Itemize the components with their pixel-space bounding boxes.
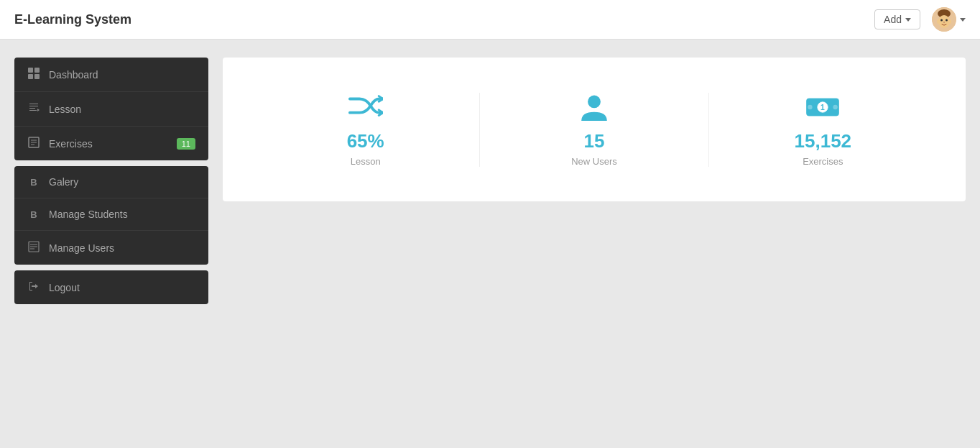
new-users-stat: 15 New Users bbox=[479, 93, 708, 167]
sidebar-item-galery[interactable]: B Galery bbox=[14, 166, 208, 198]
svg-rect-10 bbox=[28, 74, 33, 79]
exercises-stat: 1 15,152 Exercises bbox=[708, 93, 937, 167]
user-menu-button[interactable] bbox=[932, 7, 966, 32]
lesson-stat-value: 65% bbox=[347, 132, 384, 150]
sidebar: Dashboard Lesson Exercises 11 B Galery bbox=[14, 58, 208, 430]
sidebar-lesson-label: Lesson bbox=[49, 104, 81, 115]
avatar bbox=[932, 7, 956, 32]
svg-point-21 bbox=[588, 95, 601, 108]
shuffle-icon bbox=[348, 93, 383, 126]
sidebar-group-2: B Galery B Manage Students Manage Users bbox=[14, 166, 208, 265]
svg-text:1: 1 bbox=[820, 104, 825, 111]
navbar: E-Learning System Add bbox=[0, 0, 980, 40]
svg-point-3 bbox=[940, 19, 943, 22]
sidebar-manage-students-label: Manage Students bbox=[49, 209, 128, 220]
svg-point-7 bbox=[948, 19, 951, 24]
svg-marker-12 bbox=[37, 109, 40, 111]
sidebar-item-exercises[interactable]: Exercises 11 bbox=[14, 127, 208, 160]
new-users-stat-label: New Users bbox=[571, 156, 617, 167]
svg-point-6 bbox=[937, 19, 940, 24]
svg-point-4 bbox=[946, 19, 948, 22]
lesson-stat: 65% Lesson bbox=[251, 93, 479, 167]
stats-panel: 65% Lesson 15 New Users bbox=[223, 58, 966, 201]
sidebar-item-lesson[interactable]: Lesson bbox=[14, 92, 208, 127]
stats-container: 65% Lesson 15 New Users bbox=[251, 93, 937, 167]
navbar-right: Add bbox=[874, 7, 966, 32]
add-label: Add bbox=[884, 14, 902, 25]
exercises-badge: 11 bbox=[177, 138, 195, 150]
logout-icon bbox=[27, 280, 40, 294]
lesson-stat-label: Lesson bbox=[351, 156, 381, 167]
sidebar-exercises-label: Exercises bbox=[49, 138, 93, 150]
sidebar-item-manage-users[interactable]: Manage Users bbox=[14, 231, 208, 265]
svg-rect-9 bbox=[34, 68, 40, 73]
user-icon bbox=[577, 93, 611, 126]
exercises-stat-label: Exercises bbox=[803, 156, 843, 167]
sidebar-logout-label: Logout bbox=[49, 282, 80, 293]
avatar-icon bbox=[932, 7, 956, 32]
svg-point-25 bbox=[808, 104, 813, 109]
svg-rect-11 bbox=[34, 74, 40, 79]
sidebar-galery-label: Galery bbox=[49, 176, 78, 188]
main-container: Dashboard Lesson Exercises 11 B Galery bbox=[0, 40, 980, 448]
sidebar-item-logout[interactable]: Logout bbox=[14, 270, 208, 304]
exercises-icon bbox=[27, 137, 40, 150]
user-caret-icon bbox=[960, 18, 966, 22]
add-button[interactable]: Add bbox=[874, 9, 920, 29]
svg-rect-8 bbox=[28, 68, 33, 73]
sidebar-group-3: Logout bbox=[14, 270, 208, 304]
money-icon: 1 bbox=[805, 93, 840, 126]
new-users-stat-value: 15 bbox=[584, 132, 605, 150]
app-title: E-Learning System bbox=[14, 12, 131, 27]
sidebar-manage-users-label: Manage Users bbox=[49, 242, 114, 254]
svg-point-5 bbox=[943, 22, 945, 23]
sidebar-item-dashboard[interactable]: Dashboard bbox=[14, 58, 208, 92]
manage-students-icon: B bbox=[27, 209, 40, 220]
sidebar-item-manage-students[interactable]: B Manage Students bbox=[14, 198, 208, 231]
sidebar-dashboard-label: Dashboard bbox=[49, 69, 98, 81]
galery-icon: B bbox=[27, 177, 40, 188]
svg-point-26 bbox=[833, 104, 838, 109]
manage-users-icon bbox=[27, 241, 40, 255]
lesson-icon bbox=[27, 102, 40, 116]
exercises-stat-value: 15,152 bbox=[795, 132, 852, 150]
add-caret-icon bbox=[905, 18, 911, 22]
sidebar-group-1: Dashboard Lesson Exercises 11 bbox=[14, 58, 208, 160]
dashboard-icon bbox=[27, 68, 40, 81]
